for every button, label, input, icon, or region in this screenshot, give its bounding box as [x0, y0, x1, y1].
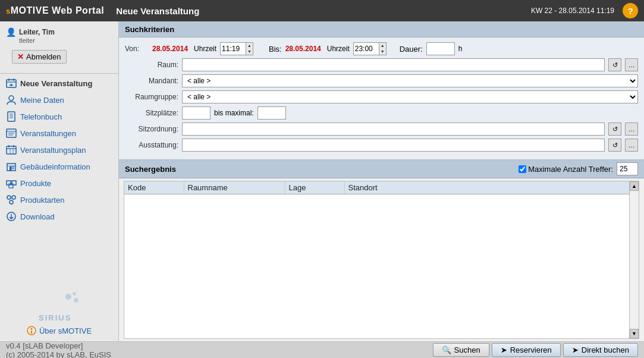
help-button[interactable]: ?	[623, 3, 638, 18]
user-icon: 👤	[6, 27, 16, 37]
user-login: tleiter	[19, 37, 112, 44]
dauer-label: Dauer:	[400, 45, 423, 54]
bis-time-spinner[interactable]: ▲▼	[379, 42, 387, 55]
ausstattung-input[interactable]	[182, 139, 605, 152]
dauer-unit: h	[458, 45, 463, 53]
svg-rect-22	[10, 167, 11, 171]
sitzplaetze-max-input[interactable]	[257, 106, 286, 120]
direct-book-button[interactable]: ➤ Direkt buchen	[563, 343, 638, 357]
raumgruppe-label: Raumgruppe:	[125, 93, 178, 101]
svg-point-34	[73, 292, 76, 296]
von-time-input[interactable]: 11:19	[220, 42, 246, 55]
datetime-display: KW 22 - 28.05.2014 11:19	[531, 7, 614, 15]
raum-label: Raum:	[125, 61, 178, 69]
reserve-button[interactable]: ➤ Reservieren	[492, 343, 561, 357]
search-button[interactable]: 🔍 Suchen	[433, 343, 489, 357]
svg-rect-7	[8, 112, 15, 121]
search-criteria-form: Von: 28.05.2014 Uhrzeit 11:19 ▲▼ Bis: 28…	[119, 37, 644, 160]
sidebar-item-produkte[interactable]: Produkte	[0, 175, 118, 191]
app-header: ssMOTIVE Web PortalMOTIVE Web Portal Neu…	[0, 0, 644, 21]
page-title: Neue Veranstaltung	[116, 6, 531, 16]
svg-point-28	[7, 196, 11, 199]
sitzordnung-more-button[interactable]: …	[625, 123, 638, 136]
bis-time-input[interactable]: 23:00	[353, 42, 379, 55]
mandant-row: Mandant: < alle >	[125, 74, 638, 87]
sidebar-divider-top	[0, 73, 118, 74]
von-bis-row: Von: 28.05.2014 Uhrzeit 11:19 ▲▼ Bis: 28…	[125, 42, 638, 55]
dauer-input[interactable]	[426, 42, 455, 55]
results-header: Suchergebnis Maximale Anzahl Treffer:	[119, 160, 644, 178]
sidebar-item-produktarten[interactable]: Produktarten	[0, 191, 118, 208]
sidebar-label-neue-veranstaltung: Neue Veranstaltung	[20, 79, 92, 88]
bis-maximal-label: bis maximal:	[214, 109, 254, 117]
phone-book-icon	[6, 111, 17, 122]
sidebar-item-veranstaltungsplan[interactable]: Veranstaltungsplan	[0, 142, 118, 158]
version-line1: v0.4 [sLAB Developer]	[6, 341, 433, 350]
bis-date: 28.05.2014	[285, 45, 321, 53]
sidebar-label-gebaeudeinformation: Gebäudeinformation	[20, 162, 90, 171]
ausstattung-label: Ausstattung:	[125, 141, 178, 149]
uber-smotive-link[interactable]: Über sMOTIVE	[27, 326, 92, 335]
main-layout: 👤 Leiter, Tim tleiter ✕ Abmelden Neue Ve…	[0, 21, 644, 341]
user-name: Leiter, Tim	[19, 28, 55, 36]
von-label: Von:	[125, 45, 149, 53]
sidebar: 👤 Leiter, Tim tleiter ✕ Abmelden Neue Ve…	[0, 21, 119, 341]
vertical-scrollbar[interactable]: ▲ ▼	[629, 181, 639, 338]
sidebar-item-download[interactable]: Download	[0, 208, 118, 225]
max-hits-checkbox-label: Maximale Anzahl Treffer:	[519, 165, 613, 174]
download-icon	[6, 211, 17, 222]
raum-reset-button[interactable]: ↺	[608, 58, 621, 71]
sitzplaetze-label: Sitzplätze:	[125, 109, 178, 117]
max-hits-input[interactable]	[617, 162, 638, 175]
von-time-spinner[interactable]: ▲▼	[246, 42, 253, 55]
svg-point-29	[12, 196, 15, 199]
ausstattung-reset-button[interactable]: ↺	[608, 139, 621, 152]
scroll-up-button[interactable]: ▲	[630, 181, 639, 191]
product-types-icon	[6, 194, 17, 205]
logout-button[interactable]: ✕ Abmelden	[12, 50, 67, 64]
bis-time-group: 23:00 ▲▼	[353, 42, 387, 55]
col-raumname: Raumname	[184, 181, 285, 194]
sitzplaetze-min-input[interactable]	[182, 106, 211, 120]
sitzordnung-label: Sitzordnung:	[125, 125, 178, 133]
content-area: Suchkriterien Von: 28.05.2014 Uhrzeit 11…	[119, 21, 644, 341]
mandant-label: Mandant:	[125, 77, 178, 85]
sidebar-label-produkte: Produkte	[20, 179, 51, 188]
raum-more-button[interactable]: …	[625, 58, 638, 71]
von-date: 28.05.2014	[152, 45, 188, 53]
sidebar-item-neue-veranstaltung[interactable]: Neue Veranstaltung	[0, 75, 118, 92]
raum-input[interactable]	[182, 58, 605, 71]
reserve-btn-icon: ➤	[501, 346, 507, 354]
raumgruppe-select[interactable]: < alle >	[182, 90, 638, 103]
uber-smotive-label: Über sMOTIVE	[39, 326, 92, 335]
uhrzeit-label-von: Uhrzeit	[194, 45, 216, 53]
raumgruppe-select-wrapper: < alle >	[182, 90, 638, 103]
sitzordnung-reset-button[interactable]: ↺	[608, 123, 621, 136]
scrollbar-track	[630, 191, 639, 329]
reserve-btn-label: Reservieren	[510, 346, 552, 354]
scroll-down-button[interactable]: ▼	[630, 329, 639, 338]
raumgruppe-row: Raumgruppe: < alle >	[125, 90, 638, 103]
mandant-select-wrapper: < alle >	[182, 74, 638, 87]
svg-point-38	[30, 328, 32, 330]
sidebar-item-telefonbuch[interactable]: Telefonbuch	[0, 108, 118, 125]
direct-btn-icon: ➤	[572, 346, 579, 354]
svg-point-30	[10, 200, 13, 204]
uhrzeit-label-bis: Uhrzeit	[327, 45, 350, 53]
sidebar-label-download: Download	[20, 212, 55, 221]
ausstattung-more-button[interactable]: …	[625, 139, 638, 152]
svg-rect-0	[7, 80, 16, 87]
app-footer: v0.4 [sLAB Developer] (c) 2005-2014 by s…	[0, 341, 644, 358]
list-icon	[6, 128, 17, 139]
max-hits-checkbox[interactable]	[519, 165, 526, 173]
search-criteria-section: Suchkriterien Von: 28.05.2014 Uhrzeit 11…	[119, 21, 644, 160]
sitzordnung-input[interactable]	[182, 123, 605, 136]
mandant-select[interactable]: < alle >	[182, 74, 638, 87]
sidebar-item-veranstaltungen[interactable]: Veranstaltungen	[0, 125, 118, 142]
svg-rect-15	[7, 146, 16, 154]
svg-rect-39	[31, 331, 32, 334]
sidebar-item-meine-daten[interactable]: Meine Daten	[0, 92, 118, 108]
sidebar-label-veranstaltungen: Veranstaltungen	[20, 129, 76, 138]
sidebar-item-gebaeudeinformation[interactable]: Gebäudeinformation	[0, 158, 118, 175]
version-line2: (c) 2005-2014 by sLAB, EuSIS	[6, 350, 433, 359]
